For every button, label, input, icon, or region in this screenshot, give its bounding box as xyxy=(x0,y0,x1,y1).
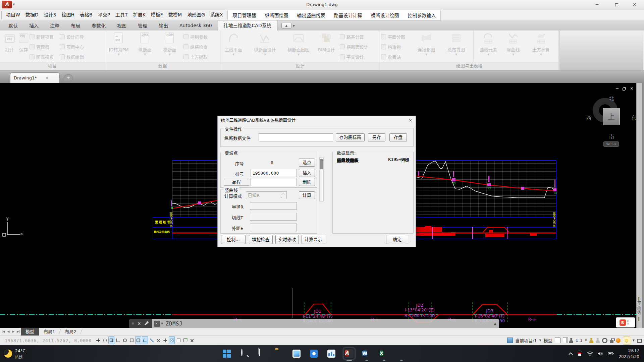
menu-item[interactable]: 数模M xyxy=(166,9,184,20)
layout-last-button[interactable]: ▶| xyxy=(16,329,21,335)
roadbed-calc-button[interactable]: 路基计算 xyxy=(340,33,364,40)
open-button[interactable]: PRJ 打开 xyxy=(2,32,17,53)
ok-button[interactable]: 确定 xyxy=(386,235,408,244)
ribbon-tab[interactable]: 输出 xyxy=(153,21,174,31)
ribbon-tab[interactable]: 视图 xyxy=(111,21,132,31)
search-button[interactable] xyxy=(240,349,249,358)
angle-snap-toggle[interactable] xyxy=(142,336,148,344)
document-tab-close-icon[interactable]: ✕ xyxy=(46,76,49,80)
edge-taskbar-button[interactable] xyxy=(397,349,406,358)
earthwork-extract-button[interactable]: 土方提取 xyxy=(183,53,208,60)
control-button[interactable]: 控制... xyxy=(221,235,246,244)
station-input[interactable] xyxy=(251,169,297,177)
vertical-curve-button[interactable]: 竖曲线▼ xyxy=(503,32,524,56)
snap-mode-toggle[interactable] xyxy=(102,336,108,344)
command-bar-grip[interactable]: ⁞⁞ ✕ xyxy=(129,319,152,328)
chart-template-button[interactable]: 图表模板 xyxy=(30,53,54,60)
ribbon-collapse-button[interactable]: ▲ xyxy=(281,23,291,28)
dynamic-input-toggle[interactable] xyxy=(189,336,195,344)
annotation-visibility-icon[interactable] xyxy=(589,338,593,343)
control-parameter-button[interactable]: 控制参数 xyxy=(183,33,208,40)
taskbar-weather[interactable]: 24°C晴朗 xyxy=(4,347,25,360)
manager-button[interactable]: 管理器 xyxy=(30,43,49,50)
dialog-close-button[interactable]: × xyxy=(409,118,412,123)
ribbon-tab[interactable]: 默认 xyxy=(3,21,23,31)
menu-item[interactable]: 项目W xyxy=(3,9,23,20)
battery-icon[interactable] xyxy=(608,351,614,356)
ribbon-tab[interactable]: 管理 xyxy=(132,21,153,31)
general-layout-button[interactable]: 总布置图▼ xyxy=(443,32,469,56)
command-history-toggle[interactable]: ▲ xyxy=(494,322,496,325)
command-close-icon[interactable]: ✕ xyxy=(138,321,141,326)
layout-icon[interactable] xyxy=(555,338,560,343)
grid-display-toggle[interactable] xyxy=(108,336,114,344)
pick-point-button[interactable]: 选点 xyxy=(299,159,315,167)
save-button-dialog[interactable]: 存盘 xyxy=(389,133,407,141)
ribbon-collapse-dropdown-icon[interactable]: ▼ xyxy=(293,24,295,27)
tab-layout2[interactable]: 布局2 xyxy=(60,328,81,336)
structures-button[interactable]: 构造物 xyxy=(381,43,401,50)
save-as-button[interactable]: 另存 xyxy=(368,133,385,141)
word-taskbar-button[interactable]: W xyxy=(362,349,371,358)
plugin-menu-item[interactable]: 输出竖曲线表 xyxy=(297,12,325,18)
document-tab[interactable]: Drawing1* ✕ xyxy=(10,72,60,83)
layout-prev-button[interactable]: ◀ xyxy=(6,329,11,335)
model-space-label[interactable]: 模型 xyxy=(544,337,552,344)
3d-osnap-toggle[interactable] xyxy=(149,336,155,344)
isolate-objects-icon[interactable] xyxy=(623,337,630,345)
clean-screen-icon[interactable] xyxy=(637,339,642,343)
object-snap-toggle[interactable] xyxy=(135,336,141,344)
earthwork-calc-button[interactable]: 土方计算▼ xyxy=(528,32,554,56)
window-maximize-button[interactable] xyxy=(610,0,623,9)
ui-lock-icon[interactable] xyxy=(610,340,613,343)
data-edit-button[interactable]: 数据编辑 xyxy=(60,53,84,60)
menu-item[interactable]: 模板F xyxy=(148,9,166,20)
object-snap-tracking-toggle[interactable] xyxy=(155,336,161,344)
project-center-button[interactable]: 项目中心 xyxy=(60,43,84,50)
new-project-button[interactable]: 新建项目 xyxy=(30,33,54,40)
menu-item[interactable]: 绘图H xyxy=(59,9,77,20)
dynamic-ucs-toggle[interactable] xyxy=(162,336,168,344)
auto-annotation-icon[interactable] xyxy=(596,338,600,343)
annotation-scale-icon[interactable] xyxy=(569,338,573,343)
viewcube[interactable]: 上 xyxy=(603,108,620,125)
doc-restore-button[interactable] xyxy=(623,86,625,92)
profile-check-button[interactable]: 纵横检查 xyxy=(183,43,208,50)
qq-tray-icon[interactable] xyxy=(577,350,582,357)
command-wrench-icon[interactable] xyxy=(144,321,149,326)
calc-display-button[interactable]: 计算显示 xyxy=(302,235,325,244)
profile-design-button[interactable]: 纵断面设计▼ xyxy=(251,32,279,56)
delete-button[interactable]: 删除 xyxy=(299,178,315,186)
screenshot-widget[interactable]: ⁞ S ou xyxy=(616,317,635,327)
menu-item[interactable]: 地形图G xyxy=(184,9,208,20)
calc-button[interactable]: 计算 xyxy=(299,191,315,199)
plugin-menu-item[interactable]: 项目管理器 xyxy=(232,12,256,18)
curve-elements-button[interactable]: 曲线元素▼ xyxy=(477,32,500,56)
compass-south[interactable]: 南 xyxy=(609,133,614,140)
meeting-app-button[interactable] xyxy=(310,349,319,358)
command-text[interactable]: ZDMSJ xyxy=(166,321,182,327)
plan-curve-side-tab[interactable]: ∥平曲线∥ xyxy=(635,296,642,328)
polar-tracking-toggle[interactable] xyxy=(122,336,128,344)
cross-section-plot-button[interactable]: 横断面出图▼ xyxy=(285,32,312,56)
compass-north[interactable]: 北 xyxy=(609,95,614,102)
compass-east[interactable]: 东 xyxy=(631,114,636,121)
volume-icon[interactable] xyxy=(598,351,603,356)
layout-first-button[interactable]: |◀ xyxy=(1,329,6,335)
plugin-menu-item[interactable]: 控制参数输入 xyxy=(408,12,436,18)
radius-input[interactable] xyxy=(250,202,297,210)
autocad-taskbar-button[interactable]: A xyxy=(345,349,354,358)
cross-section-data-button[interactable]: ∿HDM 横断面▼ xyxy=(159,32,180,56)
realtime-edit-button[interactable]: 实时修改 xyxy=(275,235,299,244)
tray-expand-icon[interactable] xyxy=(569,352,573,357)
jd-to-pm-button[interactable]: ☁PM JD转为PM▼ xyxy=(107,32,131,56)
doc-minimize-button[interactable]: − xyxy=(615,86,619,91)
save-button[interactable]: PRJ 保存 xyxy=(17,32,30,53)
profile-data-button[interactable]: 〜DMX 纵断面▼ xyxy=(134,32,156,56)
performance-icon[interactable] xyxy=(616,338,621,343)
profile-data-file-input[interactable] xyxy=(259,133,333,141)
ortho-mode-toggle[interactable] xyxy=(115,336,121,344)
plugin-menu-item[interactable]: 路基设计计算 xyxy=(334,12,362,18)
excel-taskbar-button[interactable]: X xyxy=(380,349,388,358)
ribbon-tab[interactable]: Autodesk 360 xyxy=(174,21,218,30)
